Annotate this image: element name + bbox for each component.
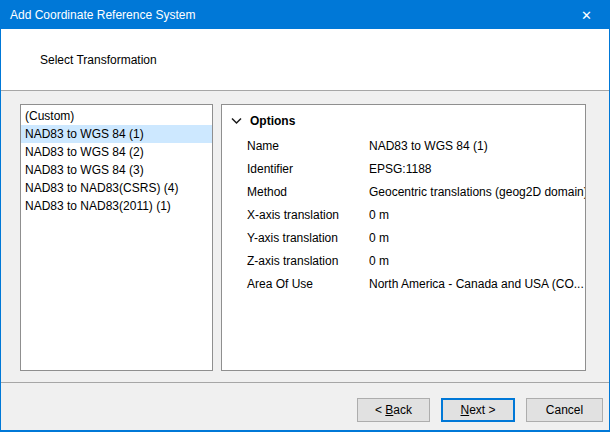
property-value: EPSG:1188 [369, 158, 585, 181]
list-item-custom[interactable]: (Custom) [21, 107, 212, 125]
property-row-x-translation: X-axis translation 0 m [222, 204, 585, 227]
property-value: 0 m [369, 250, 585, 273]
property-label: Identifier [247, 158, 369, 181]
wizard-header: Select Transformation [1, 29, 609, 91]
property-value: 0 m [369, 227, 585, 250]
property-label: Area Of Use [247, 273, 369, 296]
property-label: X-axis translation [247, 204, 369, 227]
footer-separator [1, 382, 609, 383]
back-button[interactable]: < Back [357, 398, 430, 422]
close-button[interactable]: ✕ [564, 1, 609, 29]
property-row-identifier: Identifier EPSG:1188 [222, 158, 585, 181]
property-label: Method [247, 181, 369, 204]
next-button[interactable]: Next > [441, 398, 515, 422]
property-row-name: Name NAD83 to WGS 84 (1) [222, 135, 585, 158]
list-item-nad83-wgs84-3[interactable]: NAD83 to WGS 84 (3) [21, 161, 212, 179]
property-row-z-translation: Z-axis translation 0 m [222, 250, 585, 273]
property-row-method: Method Geocentric translations (geog2D d… [222, 181, 585, 204]
options-property-rows: Name NAD83 to WGS 84 (1) Identifier EPSG… [222, 135, 585, 296]
options-panel: Options Name NAD83 to WGS 84 (1) Identif… [221, 104, 586, 371]
property-value: North America - Canada and USA (CO... [369, 273, 585, 296]
list-item-nad83-2011-1[interactable]: NAD83 to NAD83(2011) (1) [21, 197, 212, 215]
options-collapse-header[interactable]: Options [222, 105, 585, 128]
add-crs-dialog: Add Coordinate Reference System ✕ Select… [0, 0, 610, 432]
window-title: Add Coordinate Reference System [1, 8, 195, 22]
property-label: Name [247, 135, 369, 158]
transformation-list: (Custom) NAD83 to WGS 84 (1) NAD83 to WG… [20, 104, 213, 371]
chevron-down-icon [231, 117, 242, 125]
property-row-y-translation: Y-axis translation 0 m [222, 227, 585, 250]
cancel-button[interactable]: Cancel [526, 398, 603, 422]
property-label: Z-axis translation [247, 250, 369, 273]
list-item-nad83-wgs84-2[interactable]: NAD83 to WGS 84 (2) [21, 143, 212, 161]
property-value: Geocentric translations (geog2D domain) [369, 181, 585, 204]
property-label: Y-axis translation [247, 227, 369, 250]
close-icon: ✕ [581, 8, 592, 23]
property-value: 0 m [369, 204, 585, 227]
list-item-nad83-wgs84-1[interactable]: NAD83 to WGS 84 (1) [21, 125, 212, 143]
property-row-area-of-use: Area Of Use North America - Canada and U… [222, 273, 585, 296]
options-panel-title: Options [250, 114, 295, 128]
wizard-step-title: Select Transformation [40, 53, 157, 67]
list-item-nad83-csrs-4[interactable]: NAD83 to NAD83(CSRS) (4) [21, 179, 212, 197]
title-bar: Add Coordinate Reference System ✕ [1, 1, 609, 29]
property-value: NAD83 to WGS 84 (1) [369, 135, 585, 158]
